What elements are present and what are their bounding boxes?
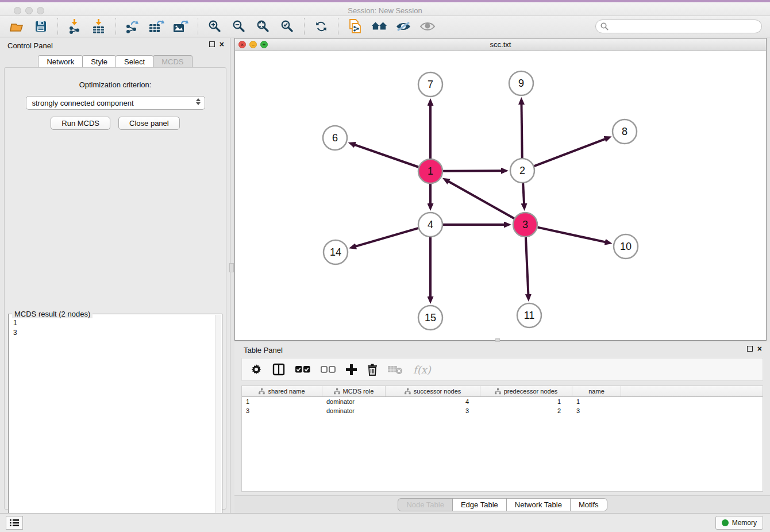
node-label-7: 7 <box>428 79 433 90</box>
edge-1-2[interactable] <box>443 171 502 171</box>
export-table-icon[interactable] <box>149 19 165 34</box>
refresh-layout-icon[interactable] <box>313 19 329 34</box>
function-builder-icon[interactable]: f(x) <box>413 364 431 376</box>
node-table[interactable]: shared nameMCDS rolesuccessor nodesprede… <box>241 385 763 492</box>
copy-network-icon[interactable] <box>347 19 363 34</box>
tab-network[interactable]: Network <box>38 55 83 68</box>
cell-predecessor-nodes: 1 <box>480 397 572 406</box>
select-all-columns-icon[interactable] <box>295 366 310 373</box>
cell-successor-nodes: 4 <box>386 397 480 406</box>
zoom-out-icon[interactable] <box>231 19 247 34</box>
control-panel-close-icon[interactable]: × <box>220 41 224 48</box>
memory-label: Memory <box>732 519 757 527</box>
node-label-9: 9 <box>518 78 524 89</box>
application-window: Session: New Session <box>0 0 770 532</box>
open-session-icon[interactable] <box>9 19 25 34</box>
zoom-fit-icon[interactable] <box>255 19 271 34</box>
column-header-predecessor-nodes[interactable]: predecessor nodes <box>480 386 572 396</box>
edge-2-3[interactable] <box>523 183 524 204</box>
horizontal-splitter-handle[interactable] <box>495 338 500 342</box>
column-header-MCDS-role[interactable]: MCDS role <box>322 386 386 396</box>
network-window-titlebar[interactable]: × – + scc.txt <box>235 38 766 51</box>
close-panel-button[interactable]: Close panel <box>118 117 180 130</box>
import-network-icon[interactable] <box>67 19 83 34</box>
control-panel-float-icon[interactable] <box>209 41 215 47</box>
column-tree-icon <box>405 388 411 395</box>
node-label-1: 1 <box>428 165 433 177</box>
memory-status-icon <box>722 519 729 526</box>
column-header-successor-nodes[interactable]: successor nodes <box>386 386 480 396</box>
column-tree-icon <box>259 388 265 395</box>
network-window-title: scc.txt <box>235 40 766 49</box>
run-mcds-button[interactable]: Run MCDS <box>51 117 110 130</box>
deselect-all-columns-icon[interactable] <box>321 366 336 373</box>
node-label-15: 15 <box>425 312 436 323</box>
table-settings-gear-icon[interactable] <box>251 364 262 375</box>
table-tabs-bar: Node Table Edge Table Network Table Moti… <box>234 495 770 513</box>
tab-edge-table[interactable]: Edge Table <box>452 498 507 511</box>
optimization-criterion-label: Optimization criterion: <box>5 80 226 89</box>
mcds-result-lines: 1 3 <box>9 314 222 342</box>
edge-1-6[interactable] <box>355 145 418 167</box>
network-view-window: × – + scc.txt 1234678910111415 <box>234 38 767 341</box>
save-session-icon[interactable] <box>33 19 49 34</box>
criterion-value: strongly connected component <box>32 99 134 107</box>
table-header-row: shared nameMCDS rolesuccessor nodesprede… <box>242 386 763 397</box>
cell-predecessor-nodes: 2 <box>480 406 572 415</box>
vertical-splitter-handle[interactable] <box>229 263 234 272</box>
table-toolbar: f(x) <box>241 358 763 381</box>
node-label-6: 6 <box>332 132 338 144</box>
column-header-name[interactable]: name <box>572 386 621 396</box>
table-row[interactable]: 1dominator411 <box>242 397 763 406</box>
column-header-shared-name[interactable]: shared name <box>242 386 322 396</box>
show-columns-icon[interactable] <box>272 363 285 376</box>
tab-style[interactable]: Style <box>82 55 116 68</box>
tab-motifs[interactable]: Motifs <box>570 498 607 511</box>
cell-shared-name: 1 <box>242 397 322 406</box>
table-row[interactable]: 3dominator323 <box>242 406 763 415</box>
cell-MCDS-role: dominator <box>322 406 386 415</box>
memory-button[interactable]: Memory <box>715 516 763 530</box>
window-title: Session: New Session <box>0 6 770 15</box>
cell-MCDS-role: dominator <box>322 397 386 406</box>
node-label-2: 2 <box>519 165 525 176</box>
network-canvas[interactable]: 1234678910111415 <box>235 51 766 340</box>
main-toolbar <box>0 16 770 37</box>
edge-3-10[interactable] <box>537 228 605 242</box>
tab-network-table[interactable]: Network Table <box>506 498 571 511</box>
import-table-icon[interactable] <box>91 19 107 34</box>
home-icon[interactable] <box>371 19 387 34</box>
export-image-icon[interactable] <box>173 19 189 34</box>
tab-node-table[interactable]: Node Table <box>398 498 453 511</box>
table-panel-float-icon[interactable] <box>747 346 753 352</box>
edge-3-1[interactable] <box>448 182 514 219</box>
node-label-3: 3 <box>522 219 528 230</box>
tab-mcds[interactable]: MCDS <box>153 55 192 68</box>
edge-2-9[interactable] <box>521 104 522 158</box>
node-label-4: 4 <box>428 219 433 230</box>
export-network-icon[interactable] <box>125 19 141 34</box>
edge-4-14[interactable] <box>356 228 418 246</box>
create-column-icon[interactable] <box>346 364 357 375</box>
edge-2-8[interactable] <box>534 139 606 166</box>
edge-3-11[interactable] <box>526 237 528 295</box>
cell-name: 1 <box>572 397 621 406</box>
table-panel-close-icon[interactable]: × <box>757 345 762 352</box>
mcds-result-title: MCDS result (2 nodes) <box>12 310 93 318</box>
criterion-dropdown[interactable]: strongly connected component <box>26 96 205 110</box>
cell-successor-nodes: 3 <box>386 406 480 415</box>
task-history-button[interactable] <box>6 516 23 530</box>
zoom-in-icon[interactable] <box>207 19 223 34</box>
mcds-result-scrollbar[interactable] <box>215 315 221 529</box>
cell-shared-name: 3 <box>242 406 322 415</box>
dropdown-stepper-icon <box>196 98 201 105</box>
table-panel-title: Table Panel <box>244 346 283 354</box>
search-input[interactable] <box>595 20 762 33</box>
delete-column-icon[interactable] <box>367 364 378 376</box>
search-icon <box>600 22 609 30</box>
zoom-selected-icon[interactable] <box>279 19 295 34</box>
delete-table-icon[interactable] <box>388 364 403 375</box>
show-details-icon[interactable] <box>419 19 436 34</box>
hide-details-icon[interactable] <box>395 19 411 34</box>
tab-select[interactable]: Select <box>116 55 153 68</box>
